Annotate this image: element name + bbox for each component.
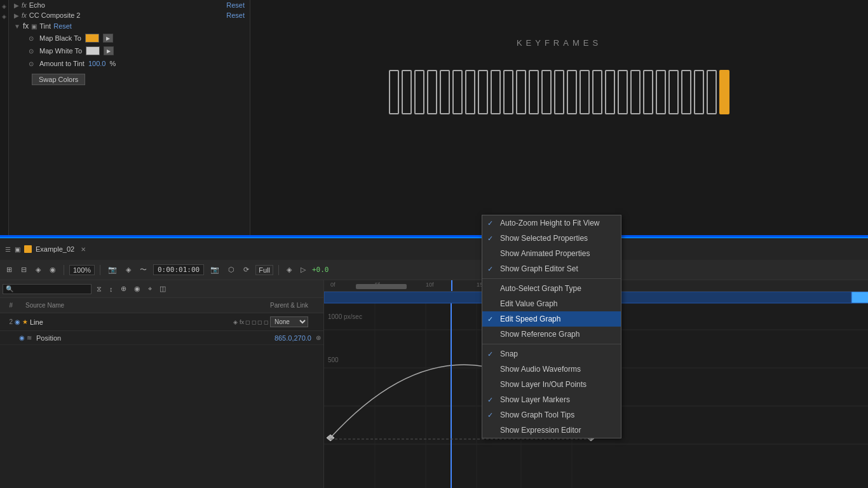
- effect-echo: ▶ fx Echo Reset: [9, 0, 250, 10]
- expand-arrow-cc[interactable]: ▶: [14, 12, 19, 19]
- layer-star[interactable]: ★: [22, 318, 28, 325]
- timeline-close[interactable]: ✕: [81, 246, 86, 253]
- snapshot-btn[interactable]: 📷: [208, 264, 222, 275]
- svg-rect-11: [851, 292, 868, 303]
- graph-icon[interactable]: ◈: [123, 264, 133, 275]
- waveform-icon[interactable]: 〜: [137, 264, 149, 276]
- menu-show-expression-editor[interactable]: Show Expression Editor: [482, 423, 621, 438]
- menu-show-audio-label: Show Audio Waveforms: [500, 365, 581, 374]
- panel-menu-icon[interactable]: ☰: [5, 246, 11, 253]
- position-link-icon: ⊛: [316, 334, 321, 341]
- comp-color-swatch: [24, 245, 32, 253]
- sep2: [100, 265, 100, 275]
- menu-show-graph-tool-tips[interactable]: ✓ Show Graph Tool Tips: [482, 407, 621, 423]
- check-auto-zoom: ✓: [487, 219, 493, 227]
- swap-colors-button[interactable]: Swap Colors: [32, 74, 85, 85]
- menu-snap-label: Snap: [500, 349, 518, 358]
- expand-arrow[interactable]: ▶: [14, 2, 19, 9]
- menu-show-layer-markers[interactable]: ✓ Show Layer Markers: [482, 392, 621, 407]
- kf-bar-13: [541, 70, 552, 114]
- map-black-row: ⊙ Map Black To ▶: [9, 32, 250, 44]
- timeline-header: ☰ ▣ Example_02 ✕: [0, 237, 868, 260]
- menu-show-reference-graph[interactable]: Show Reference Graph: [482, 327, 621, 342]
- search-input[interactable]: [3, 284, 92, 294]
- position-label: Position: [36, 334, 273, 342]
- menu-show-layer-markers-label: Show Layer Markers: [500, 395, 570, 404]
- sort-btn[interactable]: ↕: [107, 284, 116, 294]
- motion-blur-btn[interactable]: ◈: [284, 264, 294, 275]
- filter-btn[interactable]: ⧖: [94, 283, 104, 294]
- draft-btn[interactable]: ◈: [33, 264, 43, 275]
- color-btn[interactable]: ⬡: [226, 264, 237, 275]
- menu-show-graph-editor-set[interactable]: ✓ Show Graph Editor Set: [482, 261, 621, 276]
- menu-show-audio[interactable]: Show Audio Waveforms: [482, 362, 621, 377]
- menu-show-graph-editor-set-label: Show Graph Editor Set: [500, 264, 578, 273]
- kf-bar-7: [465, 70, 475, 114]
- tint-header: ▼ fx ▣ Tint Reset: [9, 20, 250, 32]
- sep1: [64, 265, 64, 275]
- link-btn[interactable]: ⊕: [118, 283, 129, 294]
- black-color-swatch[interactable]: [85, 34, 99, 43]
- menu-edit-value-label: Edit Value Graph: [500, 299, 558, 308]
- effects-panel: ▶ fx Echo Reset ▶ fx CC Composite 2 Rese…: [9, 0, 250, 235]
- kf-bar-4: [427, 70, 437, 114]
- cc-reset[interactable]: Reset: [226, 11, 245, 19]
- comp-title: Example_02: [36, 245, 74, 253]
- menu-show-selected[interactable]: ✓ Show Selected Properties: [482, 231, 621, 246]
- menu-snap[interactable]: ✓ Snap: [482, 346, 621, 362]
- black-swatch-arrow[interactable]: ▶: [103, 34, 113, 43]
- graph-label-500: 500: [328, 356, 339, 363]
- menu-edit-value-graph[interactable]: Edit Value Graph: [482, 296, 621, 311]
- menu-show-layer-inout-label: Show Layer In/Out Points: [500, 380, 587, 389]
- echo-reset[interactable]: Reset: [226, 1, 245, 9]
- ruler-10f: 10f: [426, 281, 434, 288]
- col-source: Source Name: [25, 302, 270, 309]
- amount-value[interactable]: 100.0: [88, 60, 106, 67]
- menu-auto-select-graph[interactable]: Auto-Select Graph Type: [482, 281, 621, 296]
- timecode-display[interactable]: 0:00:01:00: [153, 264, 204, 275]
- menu-auto-zoom[interactable]: ✓ Auto-Zoom Height to Fit View: [482, 215, 621, 231]
- menu-show-layer-inout[interactable]: Show Layer In/Out Points: [482, 377, 621, 392]
- menu-show-animated[interactable]: Show Animated Properties: [482, 246, 621, 261]
- ruler-0f: 0f: [330, 281, 336, 288]
- menu-auto-select-label: Auto-Select Graph Type: [500, 284, 581, 293]
- map-black-icon: ⊙: [27, 34, 36, 43]
- collapse-all-btn[interactable]: ⊟: [18, 264, 29, 275]
- cc-label: CC Composite 2: [29, 11, 224, 19]
- white-color-swatch[interactable]: [86, 46, 100, 55]
- tint-reset[interactable]: Reset: [53, 22, 72, 30]
- kf-bar-18: [605, 70, 615, 114]
- parent-dropdown[interactable]: None: [270, 316, 308, 327]
- expand-arrow-tint[interactable]: ▼: [14, 23, 20, 30]
- camera-icon[interactable]: 📷: [105, 264, 119, 275]
- kf-bar-17: [592, 70, 602, 114]
- effect-cc-composite: ▶ fx CC Composite 2 Reset: [9, 10, 250, 20]
- ruler-playhead: [451, 280, 452, 291]
- white-swatch-arrow[interactable]: ▶: [104, 46, 114, 55]
- mask-btn[interactable]: ◫: [157, 283, 168, 294]
- zoom-display[interactable]: 100%: [69, 265, 95, 275]
- fx-badge-cc: fx: [22, 12, 27, 19]
- timeline-section: ☰ ▣ Example_02 ✕ ⊞ ⊟ ◈ ◉ 100% 📷 ◈ 〜 0:00…: [0, 235, 868, 488]
- amount-icon: ⊙: [27, 59, 36, 68]
- comp-btn[interactable]: ◉: [132, 283, 143, 294]
- stopwatch-icon[interactable]: ◉: [19, 334, 25, 341]
- layer-row-line[interactable]: 2 ◉ ★ Line ◈ fx ◻ ◻ ◻ ◻ None: [0, 313, 323, 331]
- position-value[interactable]: 865.0,270.0: [275, 334, 311, 342]
- expand-all-btn[interactable]: ⊞: [4, 264, 15, 275]
- menu-edit-speed-graph[interactable]: ✓ Edit Speed Graph: [482, 311, 621, 327]
- kf-bar-8: [478, 70, 488, 114]
- scroll-indicator[interactable]: [356, 284, 407, 289]
- solo-btn[interactable]: ◉: [47, 264, 58, 275]
- menu-show-graph-tool-tips-label: Show Graph Tool Tips: [500, 410, 574, 419]
- menu-show-selected-label: Show Selected Properties: [500, 234, 588, 243]
- kf-bar-25: [694, 70, 704, 114]
- paint-btn[interactable]: ⌖: [146, 283, 154, 294]
- layer-badges: ◈ fx ◻ ◻ ◻ ◻: [233, 319, 268, 325]
- layer-eye-btn[interactable]: ◉: [15, 318, 20, 325]
- quality-select[interactable]: Full: [255, 265, 273, 275]
- preview-panel: KEYFRAMES: [250, 0, 868, 235]
- kf-bar-12: [529, 70, 539, 114]
- render-btn[interactable]: ▷: [298, 264, 308, 275]
- refresh-btn[interactable]: ⟳: [241, 264, 252, 275]
